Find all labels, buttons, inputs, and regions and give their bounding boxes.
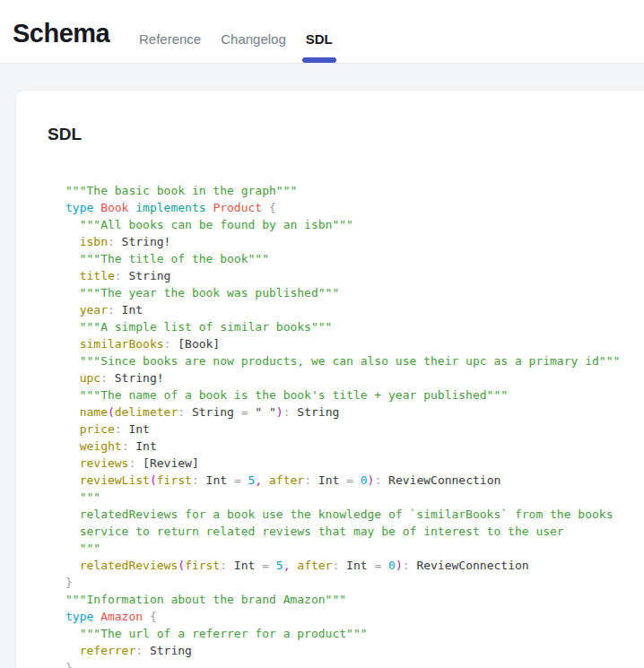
code-line: type Book implements Product {	[65, 199, 644, 216]
token-typ: String!	[115, 235, 171, 248]
token-pln	[65, 269, 80, 282]
token-doc: """Since books are now products, we can …	[65, 354, 620, 368]
token-fld: name	[80, 405, 108, 419]
code-line: """	[65, 540, 644, 557]
token-pln	[65, 439, 80, 453]
token-pun: :	[108, 303, 115, 317]
token-fld: first	[157, 473, 192, 487]
token-pln	[65, 337, 80, 351]
token-typ: Int	[234, 559, 255, 572]
token-pun: }	[65, 661, 73, 668]
active-tab-indicator	[302, 57, 336, 63]
token-kw: type	[65, 610, 93, 623]
token-doc: """	[65, 542, 100, 555]
code-line: """A simple list of similar books"""	[65, 318, 644, 335]
token-typ: String	[192, 405, 234, 419]
token-fld: after	[297, 559, 332, 572]
token-pun: {	[150, 610, 157, 623]
tab-label: Reference	[139, 31, 201, 47]
code-line: """The name of a book is the book's titl…	[65, 386, 644, 403]
token-num: 0	[361, 473, 368, 487]
code-line: year: Int	[65, 301, 644, 318]
token-pln	[65, 303, 80, 317]
token-par: ,	[255, 473, 262, 487]
tab-sdl[interactable]: SDL	[306, 31, 333, 50]
token-pln	[65, 559, 80, 572]
code-line: """	[65, 489, 644, 506]
token-doc: """The name of a book is the book's titl…	[65, 388, 508, 402]
token-fld: isbn	[80, 235, 108, 248]
token-pun: =	[234, 473, 241, 487]
token-typ: Int	[206, 473, 227, 487]
token-typ: String!	[108, 371, 164, 385]
token-typ: Int	[115, 303, 143, 317]
token-pln	[227, 559, 234, 572]
tab-changelog[interactable]: Changelog	[221, 31, 286, 50]
token-pun: :	[135, 644, 143, 657]
token-cls: Amazon	[100, 610, 143, 623]
token-pun: :	[115, 422, 122, 436]
token-pln	[234, 405, 241, 419]
token-pln	[269, 559, 276, 572]
code-line: similarBooks: [Book]	[65, 335, 644, 352]
code-line: upc: String!	[65, 369, 644, 386]
token-typ: String	[143, 644, 192, 657]
token-pun: :	[108, 235, 115, 248]
token-doc: """	[65, 490, 100, 504]
token-doc: """A simple list of similar books"""	[65, 320, 332, 334]
token-pln	[353, 473, 361, 487]
token-par: )	[396, 559, 403, 572]
token-pln	[241, 473, 248, 487]
token-pun: :	[115, 269, 122, 282]
token-pun: :	[283, 405, 291, 419]
token-typ: String	[122, 269, 171, 282]
content-area: SDL """The basic book in the graph"""typ…	[0, 64, 644, 668]
token-pun: :	[403, 559, 410, 572]
token-pun: :	[192, 473, 199, 487]
token-typ: ReviewConnection	[410, 559, 529, 572]
code-line: title: String	[65, 267, 644, 284]
token-pln	[185, 405, 192, 419]
token-typ: [Review]	[135, 456, 198, 470]
token-typ: ReviewConnection	[381, 473, 500, 487]
token-pun: {	[269, 201, 276, 214]
token-pln	[227, 473, 234, 487]
token-pln	[93, 610, 100, 623]
code-line: service to return related reviews that m…	[65, 523, 644, 540]
code-line: """The title of the book"""	[65, 250, 644, 267]
token-fld: delimeter	[115, 405, 178, 419]
token-pln	[65, 405, 80, 419]
token-par: (	[178, 559, 185, 572]
code-line: referrer: String	[65, 642, 644, 659]
tab-reference[interactable]: Reference	[139, 31, 201, 50]
token-typ: [Book]	[170, 337, 220, 351]
token-typ: " "	[255, 405, 275, 419]
token-doc: """All books can be found by an isbn"""	[65, 218, 353, 231]
token-kw: type	[65, 201, 93, 214]
code-line: """The year the book was published"""	[65, 284, 644, 301]
token-num: 5	[276, 559, 283, 572]
code-line: reviews: [Review]	[65, 455, 644, 472]
code-line: isbn: String!	[65, 233, 644, 250]
token-pln	[255, 559, 262, 572]
token-doc: relatedReviews for a book use the knowle…	[65, 508, 613, 521]
token-pln	[381, 559, 388, 572]
code-line: relatedReviews for a book use the knowle…	[65, 506, 644, 523]
token-fld: after	[269, 473, 304, 487]
token-pln	[311, 473, 318, 487]
token-doc: """The year the book was published"""	[65, 286, 339, 299]
token-typ: Int	[346, 559, 367, 572]
token-typ: Int	[122, 422, 150, 436]
token-kw2: implements	[135, 201, 205, 214]
token-par: (	[150, 473, 157, 487]
token-fld: reviewList	[80, 473, 150, 487]
token-fld: reviews	[80, 456, 129, 470]
token-pln	[65, 422, 80, 436]
code-line: """The url of a referrer for a product""…	[65, 625, 644, 642]
token-num: 0	[388, 559, 396, 572]
code-line: """Since books are now products, we can …	[65, 352, 644, 369]
code-line: }	[65, 574, 644, 591]
token-pln	[65, 644, 80, 657]
token-doc: """The basic book in the graph"""	[65, 184, 297, 197]
sdl-card: SDL """The basic book in the graph"""typ…	[15, 90, 644, 668]
